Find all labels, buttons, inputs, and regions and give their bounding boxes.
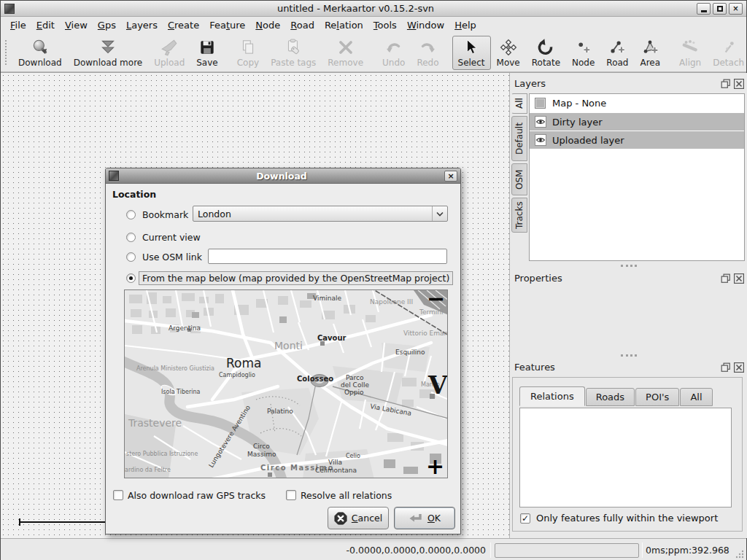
- gps-tracks-label[interactable]: Also download raw GPS tracks: [128, 490, 266, 501]
- from-map-label[interactable]: From the map below (map provided by the …: [139, 271, 453, 285]
- from-map-radio[interactable]: [126, 273, 136, 283]
- map-label: Arenula Ministero Giustizia: [136, 365, 214, 372]
- menu-layers[interactable]: Layers: [121, 18, 163, 33]
- menu-node[interactable]: Node: [250, 18, 285, 33]
- align-label: Align: [679, 58, 701, 68]
- features-tab-all[interactable]: All: [680, 388, 712, 406]
- map-label: Trastevere: [128, 417, 182, 429]
- maximize-button[interactable]: [713, 3, 727, 15]
- layer-row-map-none[interactable]: Map - None: [530, 94, 744, 112]
- current-view-label[interactable]: Current view: [142, 232, 201, 243]
- close-button[interactable]: ×: [729, 3, 743, 15]
- undo-button[interactable]: Undo: [376, 36, 411, 70]
- dock-splitter[interactable]: [621, 265, 637, 267]
- road-tool-button[interactable]: Road: [600, 36, 634, 70]
- menu-tools[interactable]: Tools: [368, 18, 402, 33]
- menu-window[interactable]: Window: [402, 18, 449, 33]
- rotate-tool-button[interactable]: Rotate: [526, 36, 566, 70]
- bookmark-label[interactable]: Bookmark: [142, 209, 188, 220]
- paste-tags-button[interactable]: Paste tags: [265, 36, 322, 70]
- remove-button[interactable]: Remove: [322, 36, 369, 70]
- minimize-button[interactable]: [697, 3, 711, 15]
- features-tab-relations[interactable]: Relations: [519, 386, 585, 406]
- features-close-button[interactable]: [734, 362, 744, 372]
- select-icon: [462, 38, 481, 57]
- bookmark-combobox[interactable]: London: [193, 206, 448, 222]
- menu-relation[interactable]: Relation: [320, 18, 368, 33]
- app-icon: [4, 4, 15, 14]
- features-float-button[interactable]: [721, 362, 731, 372]
- download-more-button[interactable]: Download more: [68, 36, 149, 70]
- node-tool-button[interactable]: Node: [566, 36, 600, 70]
- select-tool-button[interactable]: Select: [452, 36, 491, 70]
- map-zoom-out-button[interactable]: −: [427, 290, 445, 311]
- redo-label: Redo: [417, 58, 438, 68]
- layer-row-uploaded[interactable]: Uploaded layer: [530, 131, 744, 149]
- area-icon: [640, 38, 659, 57]
- save-label: Save: [196, 58, 217, 68]
- map-preview[interactable]: Viminale Napoleone III Termini - La Vitt…: [124, 289, 448, 478]
- layers-close-button[interactable]: [734, 78, 744, 88]
- layers-float-button[interactable]: [721, 78, 731, 88]
- layers-tab-all[interactable]: All: [511, 93, 527, 114]
- osm-link-label[interactable]: Use OSM link: [142, 252, 202, 262]
- layers-tab-tracks[interactable]: Tracks: [511, 198, 527, 233]
- menu-view[interactable]: View: [60, 18, 93, 33]
- features-list[interactable]: [519, 408, 732, 508]
- menu-road[interactable]: Road: [285, 18, 320, 33]
- layer-checkbox[interactable]: [535, 98, 546, 109]
- menu-gps[interactable]: Gps: [93, 18, 121, 33]
- properties-close-button[interactable]: [734, 273, 744, 283]
- save-button[interactable]: Save: [190, 36, 223, 70]
- osm-link-radio[interactable]: [126, 252, 136, 262]
- close-icon: ×: [732, 5, 738, 12]
- features-tab-pois[interactable]: POI's: [635, 388, 679, 406]
- menu-file[interactable]: File: [5, 18, 31, 33]
- gps-tracks-checkbox[interactable]: [113, 490, 123, 500]
- osm-link-input[interactable]: [208, 249, 447, 264]
- current-view-radio[interactable]: [126, 233, 136, 242]
- resize-grip[interactable]: [735, 549, 744, 559]
- render-metrics: 0ms;ppm:392.968: [646, 545, 729, 556]
- dialog-close-button[interactable]: ×: [444, 171, 457, 182]
- layer-row-dirty[interactable]: Dirty layer: [530, 112, 744, 131]
- map-label: Colosseo: [297, 375, 333, 383]
- move-tool-button[interactable]: Move: [491, 36, 526, 70]
- move-icon: [499, 38, 518, 57]
- layers-tab-default[interactable]: Default: [511, 116, 527, 161]
- toolbar-handle[interactable]: [5, 40, 7, 65]
- detach-button[interactable]: Detach: [707, 36, 747, 70]
- upload-button[interactable]: Upload: [148, 36, 190, 70]
- visibility-eye-icon[interactable]: [535, 116, 546, 128]
- align-icon: [681, 38, 700, 57]
- dialog-titlebar[interactable]: Download ×: [106, 168, 460, 184]
- minimize-icon: [701, 10, 707, 12]
- resolve-relations-checkbox[interactable]: [286, 490, 296, 500]
- map-label: ardino da Feltre: [125, 467, 171, 473]
- menu-feature[interactable]: Feature: [204, 18, 250, 33]
- menu-edit[interactable]: Edit: [31, 18, 60, 33]
- redo-button[interactable]: Redo: [411, 36, 444, 70]
- cancel-button[interactable]: Cancel: [328, 507, 389, 529]
- dock-splitter[interactable]: [621, 354, 637, 357]
- status-bar: -0.0000,0.0000,0.0000,0.0000 0ms;ppm:392…: [1, 538, 746, 560]
- visibility-eye-icon[interactable]: [535, 134, 546, 146]
- map-zoom-in-button[interactable]: +: [426, 454, 444, 478]
- bookmark-radio[interactable]: [126, 210, 136, 219]
- properties-float-button[interactable]: [721, 273, 731, 283]
- layers-list: Map - None Dirty layer Uploaded layer: [529, 93, 745, 261]
- layers-tab-osm[interactable]: OSM: [511, 163, 527, 195]
- area-label: Area: [640, 58, 660, 68]
- viewport-only-checkbox[interactable]: ✓: [520, 513, 530, 524]
- features-frame: Relations Roads POI's All ✓ Only feature…: [512, 377, 743, 532]
- menu-help[interactable]: Help: [449, 18, 481, 33]
- download-button[interactable]: Download: [12, 36, 68, 70]
- features-tab-roads[interactable]: Roads: [586, 388, 635, 406]
- area-tool-button[interactable]: Area: [634, 36, 666, 70]
- align-button[interactable]: Align: [673, 36, 707, 70]
- ok-button[interactable]: OK: [394, 507, 455, 529]
- copy-button[interactable]: Copy: [231, 36, 265, 70]
- map-label: Isola Tiberina: [161, 389, 201, 395]
- resolve-relations-label[interactable]: Resolve all relations: [301, 490, 392, 501]
- menu-create[interactable]: Create: [163, 18, 204, 33]
